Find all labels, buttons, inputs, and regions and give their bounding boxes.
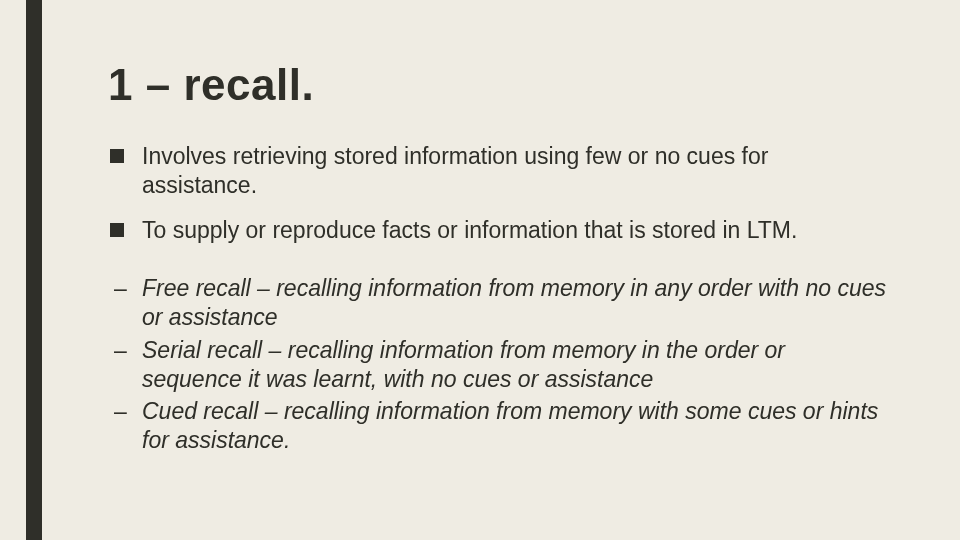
main-bullet-list: Involves retrieving stored information u… xyxy=(108,142,888,244)
sub-bullet-list: Free recall – recalling information from… xyxy=(108,274,888,455)
sub-bullet-item: Cued recall – recalling information from… xyxy=(108,397,888,455)
bullet-item: To supply or reproduce facts or informat… xyxy=(108,216,888,245)
slide-content: 1 – recall. Involves retrieving stored i… xyxy=(108,60,888,459)
bullet-item: Involves retrieving stored information u… xyxy=(108,142,888,200)
sub-bullet-item: Serial recall – recalling information fr… xyxy=(108,336,888,394)
sub-bullet-item: Free recall – recalling information from… xyxy=(108,274,888,332)
slide-title: 1 – recall. xyxy=(108,60,888,110)
accent-bar xyxy=(26,0,42,540)
